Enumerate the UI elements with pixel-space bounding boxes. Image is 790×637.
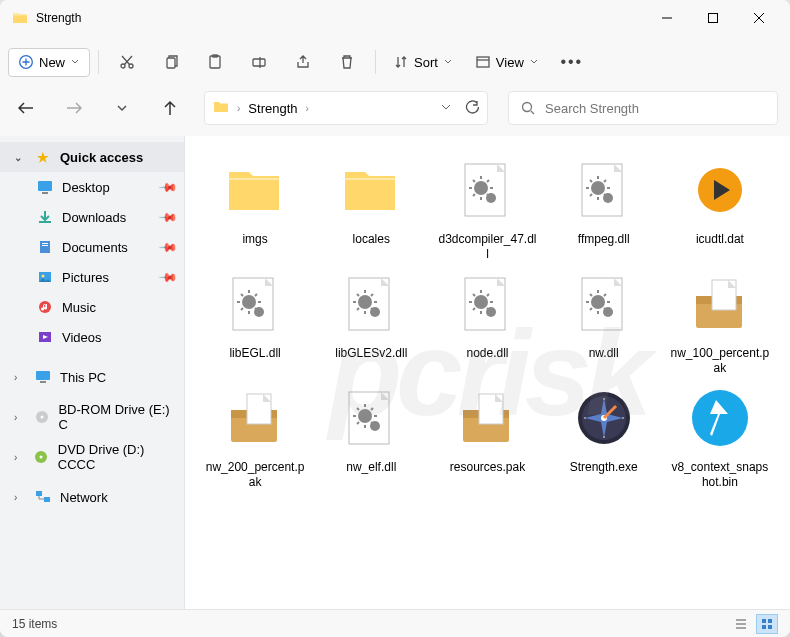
pin-icon: 📌 — [158, 267, 179, 288]
sidebar-item-label: DVD Drive (D:) CCCC — [58, 442, 176, 472]
file-item[interactable]: node.dll — [431, 268, 543, 376]
pin-icon: 📌 — [158, 177, 179, 198]
svg-rect-8 — [477, 57, 489, 67]
breadcrumb-item[interactable]: Strength — [248, 101, 297, 116]
more-button[interactable]: ••• — [552, 44, 592, 80]
content-area: pcrisk imgslocalesd3dcompiler_47.dllffmp… — [185, 136, 790, 609]
rename-button[interactable] — [239, 44, 279, 80]
svg-rect-12 — [40, 241, 50, 253]
close-button[interactable] — [736, 2, 782, 34]
svg-rect-4 — [167, 58, 175, 68]
new-label: New — [39, 55, 65, 70]
file-item[interactable]: icudtl.dat — [664, 154, 776, 262]
file-item[interactable]: nw_200_percent.pak — [199, 382, 311, 490]
folder-icon — [219, 154, 291, 226]
new-button[interactable]: New — [8, 48, 90, 77]
file-item[interactable]: nw_100_percent.pak — [664, 268, 776, 376]
chevron-right-icon: › — [306, 103, 309, 114]
sidebar-item-downloads[interactable]: Downloads 📌 — [0, 202, 184, 232]
desktop-icon — [36, 180, 54, 194]
svg-rect-28 — [768, 619, 772, 623]
dll-icon — [451, 268, 523, 340]
refresh-button[interactable] — [465, 100, 479, 117]
file-item[interactable]: libGLESv2.dll — [315, 268, 427, 376]
view-menu[interactable]: View — [466, 49, 548, 76]
sidebar-item-bdrom[interactable]: › BD-ROM Drive (E:) C — [0, 402, 184, 432]
maximize-button[interactable] — [690, 2, 736, 34]
sidebar-item-this-pc[interactable]: › This PC — [0, 362, 184, 392]
back-button[interactable] — [12, 94, 40, 122]
folder-icon — [12, 10, 28, 26]
details-view-button[interactable] — [730, 614, 752, 634]
file-label: nw_elf.dll — [346, 460, 396, 475]
sidebar-item-label: This PC — [60, 370, 106, 385]
file-label: nw.dll — [589, 346, 619, 361]
navbar: › Strength › Search Strength — [0, 88, 790, 136]
up-button[interactable] — [156, 94, 184, 122]
address-bar[interactable]: › Strength › — [204, 91, 488, 125]
window-title: Strength — [36, 11, 644, 25]
sidebar-quick-access[interactable]: ⌄ ★ Quick access — [0, 142, 184, 172]
file-item[interactable]: d3dcompiler_47.dll — [431, 154, 543, 262]
sidebar-item-pictures[interactable]: Pictures 📌 — [0, 262, 184, 292]
file-item[interactable]: imgs — [199, 154, 311, 262]
sidebar-item-label: BD-ROM Drive (E:) C — [58, 402, 176, 432]
star-icon: ★ — [34, 150, 52, 165]
pin-icon: 📌 — [158, 237, 179, 258]
sidebar-item-label: Desktop — [62, 180, 110, 195]
sidebar-item-documents[interactable]: Documents 📌 — [0, 232, 184, 262]
file-item[interactable]: v8_context_snapshot.bin — [664, 382, 776, 490]
dll-icon — [451, 154, 523, 226]
file-label: node.dll — [466, 346, 508, 361]
file-item[interactable]: locales — [315, 154, 427, 262]
paste-button[interactable] — [195, 44, 235, 80]
file-label: nw_100_percent.pak — [670, 346, 770, 376]
svg-point-16 — [42, 275, 45, 278]
sidebar-item-desktop[interactable]: Desktop 📌 — [0, 172, 184, 202]
file-label: libGLESv2.dll — [335, 346, 407, 361]
copy-button[interactable] — [151, 44, 191, 80]
chevron-right-icon: › — [237, 103, 240, 114]
file-item[interactable]: Strength.exe — [548, 382, 660, 490]
sidebar-item-music[interactable]: Music — [0, 292, 184, 322]
pak-icon — [684, 268, 756, 340]
file-label: imgs — [242, 232, 267, 247]
file-item[interactable]: resources.pak — [431, 382, 543, 490]
file-item[interactable]: nw.dll — [548, 268, 660, 376]
svg-rect-20 — [40, 381, 46, 383]
file-item[interactable]: libEGL.dll — [199, 268, 311, 376]
delete-button[interactable] — [327, 44, 367, 80]
sidebar-item-network[interactable]: › Network — [0, 482, 184, 512]
file-label: locales — [353, 232, 390, 247]
chevron-right-icon: › — [14, 492, 26, 503]
search-input[interactable]: Search Strength — [508, 91, 778, 125]
file-label: nw_200_percent.pak — [205, 460, 305, 490]
recent-button[interactable] — [108, 94, 136, 122]
svg-point-24 — [40, 456, 43, 459]
statusbar: 15 items — [0, 609, 790, 637]
minimize-button[interactable] — [644, 2, 690, 34]
icons-view-button[interactable] — [756, 614, 778, 634]
file-item[interactable]: ffmpeg.dll — [548, 154, 660, 262]
sidebar-item-dvd[interactable]: › DVD Drive (D:) CCCC — [0, 442, 184, 472]
chevron-down-icon[interactable] — [441, 100, 451, 117]
folder-icon — [335, 154, 407, 226]
exe-icon — [568, 382, 640, 454]
view-label: View — [496, 55, 524, 70]
dll-icon — [568, 154, 640, 226]
forward-button[interactable] — [60, 94, 88, 122]
file-label: icudtl.dat — [696, 232, 744, 247]
cut-button[interactable] — [107, 44, 147, 80]
sort-menu[interactable]: Sort — [384, 49, 462, 76]
file-label: ffmpeg.dll — [578, 232, 630, 247]
window: Strength New Sort View •• — [0, 0, 790, 637]
share-button[interactable] — [283, 44, 323, 80]
disc-icon — [33, 450, 50, 464]
sidebar-item-videos[interactable]: Videos — [0, 322, 184, 352]
svg-rect-30 — [768, 625, 772, 629]
file-label: Strength.exe — [570, 460, 638, 475]
file-item[interactable]: nw_elf.dll — [315, 382, 427, 490]
dll-icon — [335, 268, 407, 340]
toolbar: New Sort View ••• — [0, 36, 790, 88]
bin-icon — [684, 382, 756, 454]
